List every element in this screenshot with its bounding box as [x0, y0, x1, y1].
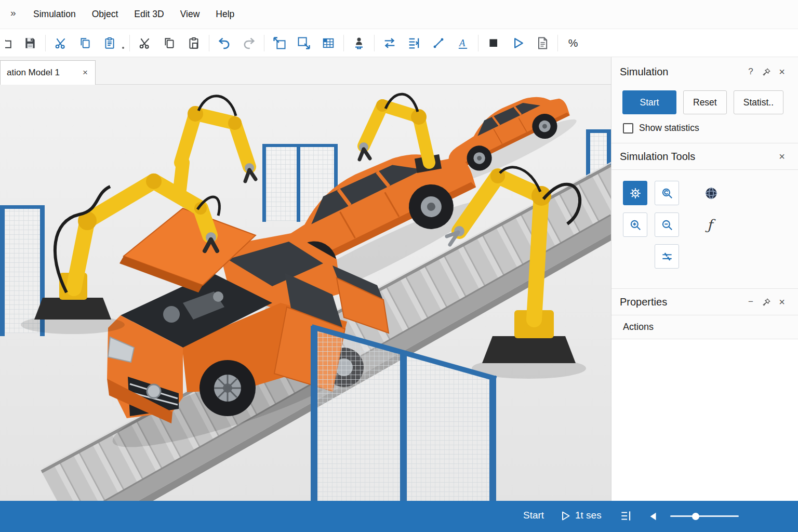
- open-model-icon[interactable]: [5, 33, 16, 53]
- 3d-viewport[interactable]: [0, 85, 611, 501]
- simulation-control-bar: Start 1t ses: [0, 501, 798, 532]
- speed-slider-handle[interactable]: [692, 513, 699, 520]
- menu-simulation[interactable]: Simulation: [33, 9, 76, 20]
- cell-grid-icon[interactable]: [318, 33, 338, 53]
- properties-body: [611, 339, 798, 501]
- menu-overflow-button[interactable]: »: [10, 7, 16, 19]
- save-icon[interactable]: [20, 33, 40, 53]
- cut-icon[interactable]: [51, 33, 71, 53]
- show-statistics-checkbox[interactable]: [623, 123, 633, 134]
- bottom-start-label[interactable]: Start: [523, 510, 544, 521]
- statistics-button[interactable]: Statist..: [734, 90, 783, 114]
- pin-icon[interactable]: [759, 294, 774, 310]
- simulation-panel-close-button[interactable]: ×: [774, 64, 790, 79]
- start-button[interactable]: Start: [622, 90, 676, 114]
- draw-line-icon[interactable]: [429, 33, 448, 53]
- adjust-sliders-tool-button[interactable]: [655, 244, 679, 269]
- signal-flow-icon[interactable]: [380, 33, 400, 53]
- simulation-tools-grid: ƒ: [611, 170, 798, 288]
- pin-icon[interactable]: [759, 64, 774, 79]
- simulation-panel-title: Simulation: [620, 66, 668, 78]
- menu-bar: » Simulation Object Edit 3D View Help: [0, 0, 798, 29]
- tools-panel-title: Simulation Tools: [620, 151, 695, 163]
- world-icon[interactable]: [704, 186, 719, 201]
- indent-step-icon[interactable]: [404, 33, 424, 53]
- tools-panel-close-button[interactable]: ×: [774, 149, 790, 164]
- operator-icon[interactable]: [349, 33, 369, 53]
- simulation-panel-header: Simulation ? ×: [611, 57, 798, 86]
- minimize-button[interactable]: −: [743, 294, 759, 310]
- orbit-view-tool-button[interactable]: [655, 181, 679, 205]
- menu-edit-3d[interactable]: Edit 3D: [134, 9, 164, 20]
- zoom-out-tool-button[interactable]: [655, 212, 679, 237]
- properties-panel-header: Properties − ×: [611, 289, 798, 315]
- percent-icon[interactable]: %: [563, 33, 583, 53]
- stop-icon[interactable]: [484, 33, 503, 53]
- annotation-text-icon[interactable]: A: [453, 33, 473, 53]
- properties-panel-close-button[interactable]: ×: [774, 294, 790, 310]
- paste-icon[interactable]: [100, 33, 119, 53]
- right-dock: Simulation ? × Start Reset Statist.. Sho…: [611, 57, 798, 501]
- report-icon[interactable]: [533, 33, 552, 53]
- document-tab-bar: ation Model 1 ×: [0, 57, 611, 85]
- function-plot-icon[interactable]: ƒ: [707, 217, 712, 233]
- zoom-in-tool-button[interactable]: [623, 212, 647, 237]
- svg-text:A: A: [458, 37, 466, 48]
- paste-alt-icon[interactable]: [184, 33, 204, 53]
- bottom-steps-icon[interactable]: [619, 509, 633, 525]
- reset-button[interactable]: Reset: [683, 90, 727, 114]
- properties-panel-title: Properties: [620, 296, 667, 308]
- tools-panel-header: Simulation Tools ×: [611, 143, 798, 169]
- actions-section[interactable]: Actions: [611, 315, 798, 339]
- show-statistics-label: Show statistics: [639, 123, 699, 134]
- tab-close-icon[interactable]: ×: [82, 68, 89, 78]
- copy-icon[interactable]: [75, 33, 95, 53]
- main-toolbar: A %: [0, 29, 798, 57]
- speed-down-icon[interactable]: [648, 511, 659, 524]
- menu-help[interactable]: Help: [216, 9, 234, 20]
- undo-icon[interactable]: [215, 33, 234, 53]
- menu-view[interactable]: View: [180, 9, 200, 20]
- export-selection-icon[interactable]: [294, 33, 314, 53]
- 3d-scene[interactable]: [0, 85, 611, 501]
- speed-slider[interactable]: [670, 515, 739, 517]
- paste-dropdown-icon[interactable]: [122, 47, 124, 49]
- redo-icon[interactable]: [239, 33, 259, 53]
- application-window: » Simulation Object Edit 3D View Help: [0, 0, 798, 532]
- menu-object[interactable]: Object: [92, 9, 118, 20]
- import-selection-icon[interactable]: [270, 33, 289, 53]
- bottom-play-icon[interactable]: [559, 510, 571, 524]
- tab-simulation-model-1[interactable]: ation Model 1 ×: [0, 60, 96, 85]
- tab-label: ation Model 1: [7, 68, 60, 78]
- mechanism-tool-button[interactable]: [623, 181, 647, 205]
- actions-label: Actions: [623, 322, 654, 332]
- cut-alt-icon[interactable]: [135, 33, 155, 53]
- copy-alt-icon[interactable]: [159, 33, 179, 53]
- help-button[interactable]: ?: [743, 64, 759, 79]
- simulation-time-label: 1t ses: [575, 510, 602, 521]
- play-icon[interactable]: [508, 33, 528, 53]
